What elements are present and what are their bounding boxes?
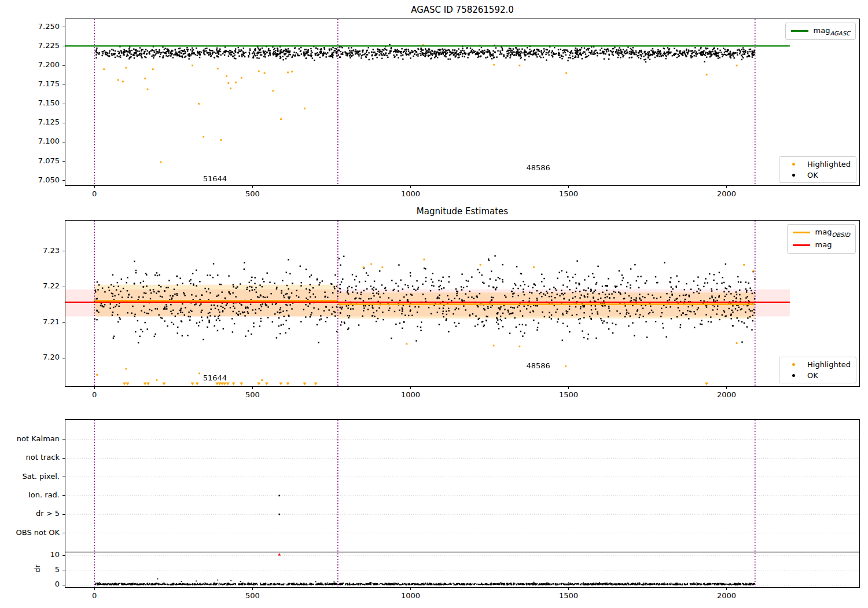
legend-swatch-box — [785, 374, 802, 377]
dr-tick-label: 0 — [0, 580, 60, 588]
y-tick-label: 7.20 — [0, 353, 60, 361]
x-tick-label: 1000 — [401, 591, 420, 600]
y-tick-mark — [62, 65, 65, 66]
x-tick-mark — [94, 588, 95, 590]
y-tick-mark — [62, 358, 65, 358]
y-tick-label: 7.050 — [0, 175, 60, 184]
legend-swatch-box — [785, 363, 802, 366]
legend-swatch-box — [785, 163, 802, 166]
x-tick-mark — [252, 387, 253, 389]
x-tick-mark — [568, 186, 569, 188]
bottom-flags-plot — [65, 419, 860, 588]
mag-agasc-legend-label: magAGASC — [814, 26, 850, 36]
x-tick-mark — [410, 588, 411, 590]
legend-label-main: mag — [815, 228, 832, 236]
bottom-plot-x-axis: 0500100015002000 — [65, 587, 859, 600]
category-tick-mark — [62, 439, 65, 440]
x-tick-label: 500 — [245, 591, 260, 600]
mag-agasc-line-swatch — [791, 30, 808, 32]
y-tick-mark — [62, 180, 65, 181]
top-plot-y-axis: 7.2507.2257.2007.1757.1507.1257.1007.075… — [0, 19, 65, 185]
mag-legend-label: mag — [815, 240, 832, 251]
legend-swatch-box — [793, 244, 810, 246]
top-plot-line-legend: magAGASC — [785, 23, 856, 40]
category-tick-mark — [62, 477, 65, 477]
legend-label-sub: AGASC — [830, 30, 850, 36]
x-tick-label: 2000 — [717, 390, 736, 399]
x-tick-mark — [410, 387, 411, 389]
x-tick-mark — [94, 186, 95, 188]
x-tick-mark — [726, 387, 727, 389]
middle-plot: magOBSID mag Highlighted OK 51644 48586 — [65, 220, 860, 387]
x-tick-label: 0 — [92, 189, 97, 198]
highlighted-legend-label: Highlighted — [807, 160, 851, 169]
middle-plot-x-axis: 0500100015002000 — [65, 386, 859, 399]
dr-tick-label: 10 — [0, 550, 60, 559]
y-tick-label: 7.21 — [0, 317, 60, 326]
x-tick-label: 0 — [92, 591, 97, 600]
x-tick-label: 500 — [245, 390, 260, 399]
x-tick-mark — [568, 588, 569, 590]
x-tick-label: 1000 — [401, 189, 420, 198]
x-tick-mark — [410, 186, 411, 188]
legend-row-ok: OK — [785, 371, 851, 380]
y-tick-label: 7.200 — [0, 60, 60, 69]
middle-plot-line-legend: magOBSID mag — [787, 224, 856, 254]
mag-obsid-line-swatch — [793, 232, 810, 233]
dr-tick-mark — [62, 585, 65, 585]
x-tick-mark — [568, 387, 569, 389]
x-tick-mark — [726, 588, 727, 590]
legend-row-highlighted: Highlighted — [785, 360, 851, 369]
legend-row-mag: mag — [793, 240, 850, 251]
legend-swatch-box — [791, 30, 808, 32]
ok-legend-label: OK — [807, 371, 818, 380]
obsid-annotation-48586: 48586 — [526, 163, 550, 172]
legend-swatch-box — [785, 174, 802, 177]
y-tick-label: 7.175 — [0, 79, 60, 88]
middle-plot-points-legend: Highlighted OK — [779, 357, 856, 383]
obsid-annotation-51644: 51644 — [203, 174, 227, 182]
x-tick-label: 2000 — [717, 189, 736, 198]
x-tick-label: 1500 — [559, 390, 578, 399]
top-plot-title: AGASC ID 758261592.0 — [65, 5, 859, 15]
x-tick-label: 500 — [245, 189, 260, 198]
legend-label-main: mag — [814, 26, 830, 35]
figure: AGASC ID 758261592.0 Magnitude Estimates… — [0, 0, 868, 608]
category-label: OBS not OK — [0, 528, 60, 537]
legend-row-mag-agasc: magAGASC — [791, 26, 850, 36]
y-tick-label: 7.125 — [0, 118, 60, 126]
x-tick-mark — [252, 186, 253, 188]
y-tick-mark — [62, 322, 65, 323]
category-label: Sat. pixel. — [0, 472, 60, 481]
middle-plot-canvas — [65, 221, 859, 386]
legend-label-main: mag — [815, 240, 832, 249]
y-tick-mark — [62, 142, 65, 142]
middle-plot-y-axis: 7.237.227.217.20 — [0, 221, 65, 386]
y-tick-label: 7.075 — [0, 156, 60, 165]
y-tick-label: 7.22 — [0, 281, 60, 290]
y-tick-mark — [62, 46, 65, 46]
y-tick-mark — [62, 27, 65, 27]
obsid-annotation-51644: 51644 — [203, 373, 227, 382]
x-tick-label: 1000 — [401, 390, 420, 399]
highlighted-dot-swatch — [792, 163, 795, 166]
x-tick-label: 2000 — [717, 591, 736, 600]
y-tick-label: 7.23 — [0, 246, 60, 255]
ok-legend-label: OK — [807, 171, 818, 180]
ok-dot-swatch — [792, 374, 795, 377]
x-tick-label: 1500 — [559, 189, 578, 198]
dr-axis-label: dr — [33, 557, 45, 580]
dr-tick-mark — [62, 570, 65, 570]
legend-row-mag-obsid: magOBSID — [793, 228, 850, 238]
x-tick-mark — [252, 588, 253, 590]
y-tick-mark — [62, 161, 65, 162]
x-tick-label: 1500 — [559, 591, 578, 600]
category-tick-mark — [62, 495, 65, 496]
top-plot: magAGASC Highlighted OK 51644 48586 — [65, 19, 860, 186]
top-plot-x-axis: 0500100015002000 — [65, 185, 859, 198]
dr-tick-label: 5 — [0, 565, 60, 574]
highlighted-legend-label: Highlighted — [807, 360, 851, 369]
x-tick-mark — [726, 186, 727, 188]
y-tick-mark — [62, 85, 65, 85]
y-tick-label: 7.225 — [0, 41, 60, 50]
